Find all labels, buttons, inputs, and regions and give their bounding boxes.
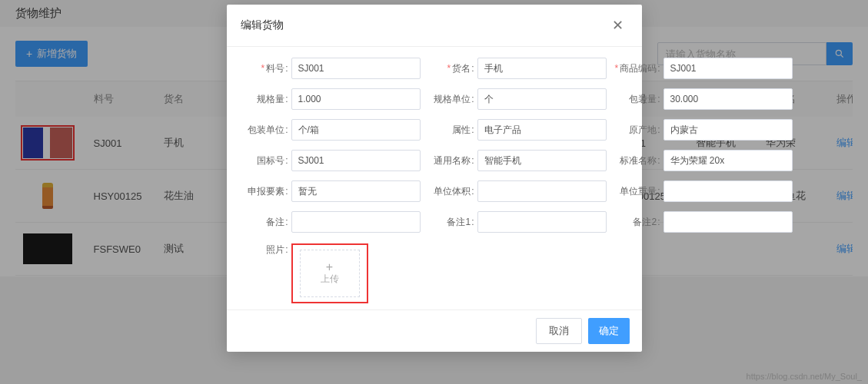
dialog-title: 编辑货物 bbox=[241, 18, 284, 32]
label-gbcode: 国标号 bbox=[241, 154, 288, 167]
edit-goods-dialog: 编辑货物 ✕ *料号 *货名 *商品编码 规格量 规格单位 包装量 包装单位 属… bbox=[227, 5, 642, 352]
label-note2: 备注2 bbox=[613, 216, 660, 229]
label-photo: 照片 bbox=[241, 243, 288, 257]
label-packunit: 包装单位 bbox=[241, 124, 288, 137]
input-note2[interactable] bbox=[663, 211, 793, 233]
input-note1[interactable] bbox=[477, 211, 607, 233]
input-name[interactable] bbox=[477, 58, 607, 79]
label-declare: 申报要素 bbox=[241, 185, 288, 198]
input-gbcode[interactable] bbox=[291, 150, 421, 171]
input-attr[interactable] bbox=[477, 119, 607, 141]
input-packqty[interactable] bbox=[663, 88, 793, 110]
input-origin[interactable] bbox=[663, 119, 793, 141]
label-specqty: 规格量 bbox=[241, 93, 288, 106]
label-common: 通用名称 bbox=[427, 154, 474, 167]
cancel-button[interactable]: 取消 bbox=[536, 318, 582, 344]
input-unitwt[interactable] bbox=[663, 180, 793, 202]
label-note1: 备注1 bbox=[427, 216, 474, 229]
input-std[interactable] bbox=[663, 150, 793, 171]
input-code[interactable] bbox=[291, 58, 421, 79]
upload-inner: + 上传 bbox=[300, 250, 360, 297]
label-unitvol: 单位体积 bbox=[427, 185, 474, 198]
input-note[interactable] bbox=[291, 211, 421, 233]
confirm-button[interactable]: 确定 bbox=[588, 318, 630, 344]
label-specunit: 规格单位 bbox=[427, 93, 474, 106]
label-packqty: 包装量 bbox=[613, 93, 660, 106]
upload-label: 上传 bbox=[321, 273, 339, 286]
close-icon[interactable]: ✕ bbox=[607, 15, 628, 35]
input-specunit[interactable] bbox=[477, 88, 607, 110]
input-unitvol[interactable] bbox=[477, 180, 607, 202]
label-code: *料号 bbox=[241, 62, 288, 75]
label-name: *货名 bbox=[427, 62, 474, 75]
label-std: 标准名称 bbox=[613, 154, 660, 167]
label-origin: 原产地 bbox=[613, 124, 660, 137]
label-prodcode: *商品编码 bbox=[613, 62, 660, 75]
input-declare[interactable] bbox=[291, 180, 421, 202]
input-common[interactable] bbox=[477, 150, 607, 171]
label-unitwt: 单位重量 bbox=[613, 185, 660, 198]
input-packunit[interactable] bbox=[291, 119, 421, 141]
modal-overlay[interactable]: 编辑货物 ✕ *料号 *货名 *商品编码 规格量 规格单位 包装量 包装单位 属… bbox=[0, 0, 868, 384]
plus-icon: + bbox=[326, 262, 333, 273]
label-note: 备注 bbox=[241, 216, 288, 229]
input-prodcode[interactable] bbox=[663, 58, 793, 79]
label-attr: 属性 bbox=[427, 124, 474, 137]
upload-photo-box[interactable]: + 上传 bbox=[291, 243, 368, 303]
input-specqty[interactable] bbox=[291, 88, 421, 110]
